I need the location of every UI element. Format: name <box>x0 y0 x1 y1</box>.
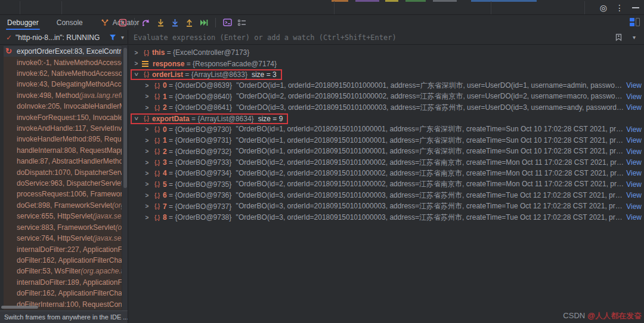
stack-frame-row[interactable]: service:883, FrameworkServlet (org.s <box>4 222 122 233</box>
chevron-down-icon[interactable]: ▾ <box>633 34 636 41</box>
stack-frame-row[interactable]: invoke0:-1, NativeMethodAccessorIm <box>4 57 122 67</box>
bookmark-icon[interactable] <box>614 33 623 42</box>
variable-row[interactable]: >{..}1 = {OrderBO@9731} "OrderBO(id=1, o… <box>129 135 644 146</box>
value-preview: "OrderBO(id=3, orderId=20180915010100000… <box>234 201 624 211</box>
variable-row[interactable]: >{..}5 = {OrderBO@9735} "OrderBO(id=2, o… <box>129 179 644 190</box>
force-step-into-icon[interactable] <box>171 18 179 27</box>
frames-vertical-scrollbar[interactable] <box>122 45 128 310</box>
stack-frame-row[interactable]: service:655, HttpServlet (javax.servle <box>4 211 122 222</box>
watermark-handle: @人人都在发奋 <box>587 311 642 320</box>
chevron-collapsed-icon[interactable]: > <box>143 159 151 166</box>
chevron-down-icon[interactable]: ▾ <box>121 34 124 41</box>
variable-name: 0 <box>163 125 167 134</box>
equals-sign: = <box>184 60 193 68</box>
variable-value: {OrderBO@9732} <box>175 147 231 156</box>
run-to-cursor-icon[interactable] <box>199 18 208 27</box>
stack-frame-row[interactable]: handle:87, AbstractHandlerMethod <box>4 156 122 167</box>
stack-frame-row[interactable]: doService:963, DispatcherServlet (or <box>4 178 122 189</box>
stack-frame-row[interactable]: doFilter:162, ApplicationFilterChain ( <box>4 288 122 299</box>
view-link[interactable]: View <box>626 125 642 134</box>
stack-frame-row[interactable]: doFilter:53, WsFilter (org.apache.tom <box>4 266 122 276</box>
chevron-collapsed-icon[interactable]: > <box>143 170 151 177</box>
chevron-collapsed-icon[interactable]: > <box>132 49 140 56</box>
chevron-collapsed-icon[interactable]: > <box>143 104 151 111</box>
chevron-expanded-icon[interactable]: > <box>133 115 140 122</box>
view-link[interactable]: View <box>626 191 642 199</box>
chevron-collapsed-icon[interactable]: > <box>143 192 151 199</box>
object-braces-icon: {..} <box>151 137 163 144</box>
stack-frame-row[interactable]: invokeAndHandle:117, ServletInvoca <box>4 123 122 134</box>
stack-frame-row[interactable]: invoke:498, Method (java.lang.reflec <box>4 90 122 101</box>
hide-icon[interactable] <box>632 7 639 8</box>
stack-frame-row[interactable]: internalDoFilter:189, ApplicationFilte <box>4 277 122 288</box>
stack-frame-row[interactable]: service:764, HttpServlet (javax.servle <box>4 233 122 244</box>
thread-selector[interactable]: ✓ "http-nio-8...in": RUNNING ▾ <box>0 30 128 45</box>
equals-sign: = <box>167 93 175 101</box>
variable-row[interactable]: >{..}2 = {OrderDO@8641} "OrderDO(id=3, o… <box>129 102 644 113</box>
stack-frame-row[interactable]: handleInternal:808, RequestMappin <box>4 145 122 156</box>
variable-row[interactable]: >{..}4 = {OrderBO@9734} "OrderBO(id=2, o… <box>129 168 644 179</box>
chevron-collapsed-icon[interactable]: > <box>143 181 151 188</box>
value-preview: "OrderBO(id=1, orderId=20180915010100000… <box>234 146 624 156</box>
view-link[interactable]: View <box>626 202 642 211</box>
stack-frame-row[interactable]: doInvoke:205, InvocableHandlerMet <box>4 101 122 112</box>
variable-row[interactable]: >{..}8 = {OrderBO@9738} "OrderBO(id=3, o… <box>129 212 644 223</box>
layout-settings-icon[interactable] <box>630 18 640 27</box>
variable-row[interactable]: >{..}1 = {OrderDO@8640} "OrderDO(id=2, o… <box>129 91 644 102</box>
view-link[interactable]: View <box>626 213 642 222</box>
chevron-collapsed-icon[interactable]: > <box>143 214 151 221</box>
chevron-collapsed-icon[interactable]: > <box>143 203 151 210</box>
view-link[interactable]: View <box>626 136 642 144</box>
object-braces-icon: {..} <box>151 192 163 199</box>
stack-frame-row[interactable]: invokeHandlerMethod:895, Request <box>4 134 122 144</box>
view-link[interactable]: View <box>626 158 642 167</box>
variable-row[interactable]: >{..}3 = {OrderBO@9733} "OrderBO(id=2, o… <box>129 157 644 168</box>
variable-value: {OrderBO@9738} <box>175 213 231 222</box>
view-link[interactable]: View <box>626 93 642 101</box>
stack-frame-row[interactable]: invoke:62, NativeMethodAccessorIm <box>4 68 122 79</box>
stack-frame-row[interactable]: internalDoFilter:227, ApplicationFilte <box>4 244 122 254</box>
variable-row[interactable]: >response = {ResponseFacade@7174} <box>129 58 644 69</box>
variable-row[interactable]: >{..}7 = {OrderBO@9737} "OrderBO(id=3, o… <box>129 201 644 211</box>
variable-row[interactable]: >{..}6 = {OrderBO@9736} "OrderBO(id=3, o… <box>129 190 644 201</box>
frames-horizontal-scrollbar[interactable] <box>1 306 38 309</box>
view-link[interactable]: View <box>626 180 642 189</box>
target-icon[interactable]: ◎ <box>600 4 607 12</box>
step-into-icon[interactable] <box>156 18 165 27</box>
evaluate-expression-bar[interactable]: Evaluate expression (Enter) or add a wat… <box>129 30 644 45</box>
variable-row[interactable]: >{..}2 = {OrderBO@9732} "OrderBO(id=1, o… <box>129 146 644 157</box>
view-link[interactable]: View <box>626 169 642 177</box>
chevron-collapsed-icon[interactable]: > <box>143 137 151 144</box>
chevron-collapsed-icon[interactable]: > <box>143 126 151 133</box>
tab-console[interactable]: Console <box>55 15 84 30</box>
variable-core: >{..}2 = {OrderBO@9732} <box>143 147 231 156</box>
variable-row[interactable]: >{..}0 = {OrderDO@8639} "OrderDO(id=1, o… <box>129 80 644 91</box>
chevron-collapsed-icon[interactable]: > <box>132 60 140 67</box>
stack-frame-row[interactable]: invoke:43, DelegatingMethodAccess <box>4 79 122 90</box>
chevron-collapsed-icon[interactable]: > <box>143 93 151 100</box>
variable-row[interactable]: >{..}this = {ExcelController@7173} <box>129 47 644 58</box>
variable-row[interactable]: >{..}exportData = {ArrayList@8634}size =… <box>129 113 644 124</box>
more-vertical-icon[interactable]: ⋮ <box>615 4 624 12</box>
variable-row[interactable]: >{..}0 = {OrderBO@9730} "OrderBO(id=1, o… <box>129 124 644 135</box>
stack-frame-row[interactable]: doDispatch:1070, DispatcherServlet <box>4 167 122 177</box>
filter-icon[interactable] <box>109 33 117 42</box>
variable-row[interactable]: >{..}orderList = {ArrayList@8633}size = … <box>129 69 644 80</box>
stack-frame-row[interactable]: ↻exportOrderExcel:83, ExcelControlle <box>4 46 122 57</box>
view-link[interactable]: View <box>626 81 642 90</box>
stack-frame-row[interactable]: doFilter:162, ApplicationFilterChain ( <box>4 255 122 266</box>
step-out-icon[interactable] <box>185 18 194 27</box>
view-link[interactable]: View <box>626 103 642 112</box>
chevron-collapsed-icon[interactable]: > <box>143 148 151 155</box>
show-execution-point-icon[interactable] <box>118 18 127 27</box>
tab-debugger[interactable]: Debugger <box>6 15 40 30</box>
stack-frame-row[interactable]: processRequest:1006, FrameworkSe <box>4 189 122 199</box>
view-link[interactable]: View <box>626 147 642 156</box>
chevron-expanded-icon[interactable]: > <box>133 70 140 78</box>
stack-frame-row[interactable]: invokeForRequest:150, InvocableHa <box>4 112 122 122</box>
step-over-icon[interactable] <box>142 18 151 27</box>
stack-frame-row[interactable]: doGet:898, FrameworkServlet (org.s <box>4 200 122 211</box>
evaluate-expression-icon[interactable] <box>223 18 232 27</box>
chevron-collapsed-icon[interactable]: > <box>143 82 151 89</box>
view-options-icon[interactable] <box>237 18 246 27</box>
